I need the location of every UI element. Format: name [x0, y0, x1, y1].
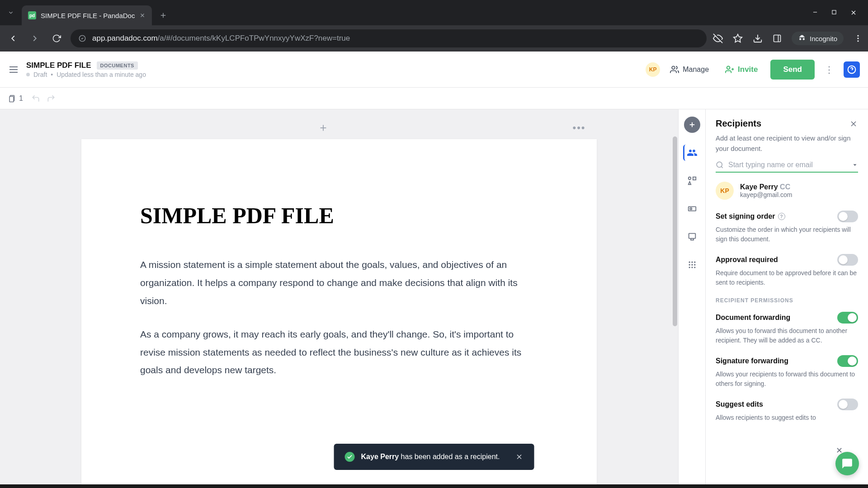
tab-search-dropdown[interactable] [0, 9, 22, 16]
downloads-icon[interactable] [753, 33, 763, 43]
apps-grid-icon[interactable] [684, 257, 700, 273]
scrollbar-thumb[interactable] [673, 136, 677, 326]
svg-point-15 [857, 38, 859, 39]
signing-order-toggle[interactable] [837, 211, 858, 222]
incognito-badge[interactable]: Incognito [792, 32, 844, 45]
svg-rect-12 [774, 35, 781, 42]
new-tab-button[interactable] [159, 11, 167, 19]
document-page[interactable]: SIMPLE PDF FILE A mission statement is a… [81, 139, 597, 488]
info-icon[interactable]: ? [778, 213, 785, 220]
sig-forwarding-toggle[interactable] [837, 355, 858, 367]
invite-button[interactable]: Invite [719, 61, 764, 78]
svg-marker-34 [688, 182, 691, 184]
window-controls [812, 9, 868, 16]
block-more-button[interactable]: ••• [572, 122, 585, 134]
recipient-search-input[interactable] [728, 161, 847, 169]
close-window-button[interactable] [850, 9, 857, 16]
panel-title: Recipients [716, 118, 761, 129]
reload-button[interactable] [49, 34, 64, 43]
invite-label: Invite [738, 65, 758, 74]
svg-point-46 [694, 267, 695, 268]
page-count-button[interactable]: 1 [8, 94, 23, 103]
svg-point-49 [717, 162, 722, 167]
smart-content-icon[interactable] [684, 229, 700, 245]
status-time: Updated less than a minute ago [57, 71, 146, 78]
status-dot-icon [26, 73, 30, 76]
recipient-item[interactable]: KP Kaye Perry CC kayep@gmail.com [716, 182, 858, 200]
user-avatar[interactable]: KP [646, 62, 660, 77]
minimize-button[interactable] [812, 9, 818, 16]
svg-marker-51 [854, 164, 857, 166]
recipient-search[interactable] [716, 161, 858, 173]
pages-icon [8, 94, 16, 103]
document-paragraph: A mission statement is a simple statemen… [140, 256, 538, 310]
menu-hamburger-icon[interactable] [8, 64, 19, 75]
app-toolbar: 1 [0, 88, 868, 109]
recipient-email: kayep@gmail.com [740, 191, 792, 198]
close-tab-icon[interactable] [139, 12, 146, 19]
document-heading: SIMPLE PDF FILE [140, 202, 538, 229]
svg-point-16 [857, 40, 859, 42]
permissions-section-header: RECIPIENT PERMISSIONS [716, 297, 858, 304]
address-bar[interactable]: app.pandadoc.com/a/#/documents/kKyLCPFoT… [71, 29, 707, 47]
eye-blocked-icon[interactable] [713, 33, 723, 43]
more-actions-button[interactable]: ⋮ [821, 64, 837, 75]
pandadoc-favicon: pd [28, 11, 36, 19]
content-block-icon[interactable] [684, 201, 700, 217]
document-title[interactable]: SIMPLE PDF FILE [26, 61, 91, 70]
svg-rect-5 [832, 10, 836, 14]
undo-button[interactable] [31, 94, 40, 103]
url-text: app.pandadoc.com/a/#/documents/kKyLCPFoT… [92, 34, 350, 43]
right-tool-rail [678, 109, 705, 488]
recipient-name: Kaye Perry [740, 183, 778, 191]
svg-point-42 [691, 264, 693, 265]
browser-menu-icon[interactable] [854, 34, 863, 43]
browser-tab[interactable]: pd SIMPLE PDF FILE - PandaDoc [22, 5, 152, 25]
doc-forwarding-desc: Allows you to forward this document to a… [716, 326, 858, 345]
svg-rect-37 [689, 234, 695, 239]
redo-button[interactable] [47, 94, 56, 103]
toast-close-icon[interactable] [515, 453, 523, 461]
help-button[interactable] [844, 61, 860, 78]
dropdown-caret-icon[interactable] [852, 162, 858, 168]
send-button[interactable]: Send [770, 60, 815, 80]
variables-icon[interactable] [684, 173, 700, 189]
side-panel-icon[interactable] [773, 34, 782, 43]
close-panel-icon[interactable] [849, 119, 858, 128]
approval-required-desc: Require document to be approved before i… [716, 268, 858, 287]
svg-point-21 [727, 66, 730, 69]
document-canvas[interactable]: ••• SIMPLE PDF FILE A mission statement … [0, 109, 678, 488]
signing-order-desc: Customize the order in which your recipi… [716, 225, 858, 244]
recipients-icon[interactable] [683, 145, 699, 161]
doc-forwarding-toggle[interactable] [837, 312, 858, 324]
browser-tab-strip: pd SIMPLE PDF FILE - PandaDoc [0, 0, 868, 25]
chat-widget-button[interactable] [835, 452, 859, 475]
svg-point-45 [691, 267, 693, 268]
manage-button[interactable]: Manage [666, 65, 712, 74]
approval-required-label: Approval required [716, 256, 778, 264]
os-taskbar [0, 484, 868, 488]
manage-label: Manage [683, 66, 709, 74]
recipients-panel: Recipients Add at least one recipient to… [705, 109, 868, 488]
suggest-edits-desc: Allows recipients to suggest edits to [716, 413, 858, 422]
document-paragraph: As a company grows, it may reach its ear… [140, 325, 538, 380]
browser-toolbar: app.pandadoc.com/a/#/documents/kKyLCPFoT… [0, 25, 868, 52]
app-header: SIMPLE PDF FILE DOCUMENTS Draft • Update… [0, 52, 868, 88]
help-icon [847, 65, 856, 74]
add-block-button[interactable] [318, 123, 328, 133]
approval-required-toggle[interactable] [837, 254, 858, 266]
forward-button[interactable] [27, 33, 42, 43]
back-button[interactable] [5, 33, 21, 43]
site-info-icon[interactable] [79, 35, 86, 42]
svg-rect-27 [9, 96, 14, 102]
sig-forwarding-desc: Allows your recipients to forward this d… [716, 370, 858, 389]
incognito-label: Incognito [810, 35, 837, 42]
document-type-badge: DOCUMENTS [97, 61, 138, 70]
incognito-icon [798, 34, 806, 42]
add-content-icon[interactable] [684, 117, 700, 133]
suggest-edits-toggle[interactable] [837, 399, 858, 410]
panel-subtitle: Add at least one recipient to view and/o… [716, 133, 858, 154]
bookmark-star-icon[interactable] [733, 33, 743, 43]
maximize-button[interactable] [831, 9, 837, 16]
svg-point-40 [694, 262, 695, 263]
